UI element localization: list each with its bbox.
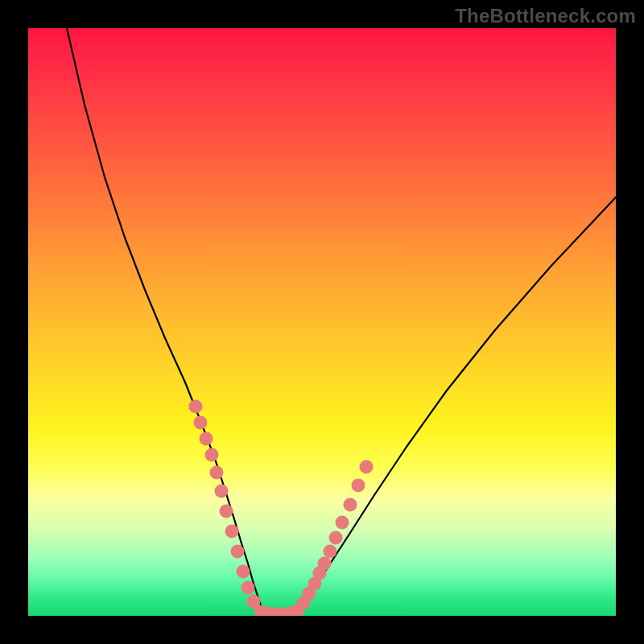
chart-svg xyxy=(28,28,616,616)
data-point xyxy=(210,466,224,480)
watermark-text: TheBottleneck.com xyxy=(455,5,636,27)
data-point xyxy=(200,432,213,446)
chart-frame: TheBottleneck.com xyxy=(0,0,644,644)
data-point xyxy=(324,545,337,559)
data-point xyxy=(215,485,229,498)
data-point xyxy=(194,416,208,430)
data-point xyxy=(242,581,255,595)
dot-layer xyxy=(189,400,374,617)
data-point xyxy=(220,505,233,518)
data-point xyxy=(352,479,365,493)
plot-area xyxy=(28,28,616,616)
data-point xyxy=(231,545,245,559)
data-point xyxy=(344,498,357,512)
data-point xyxy=(360,460,374,474)
data-point xyxy=(237,565,250,579)
data-point xyxy=(329,531,343,545)
data-point xyxy=(189,400,203,414)
data-point xyxy=(318,557,332,571)
data-point xyxy=(225,525,239,539)
data-point xyxy=(336,516,349,530)
data-point xyxy=(205,448,219,462)
